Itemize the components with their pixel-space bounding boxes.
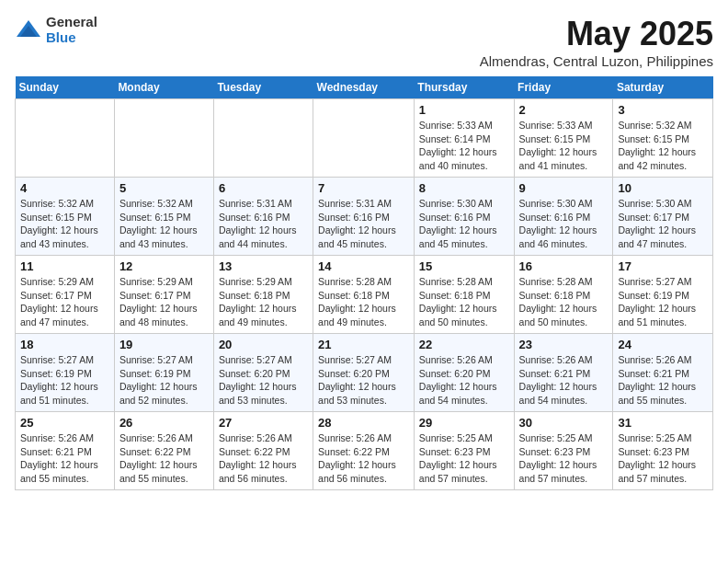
day-number: 11 [20, 259, 109, 273]
day-cell: 5Sunrise: 5:32 AM Sunset: 6:15 PM Daylig… [114, 178, 213, 256]
day-cell: 16Sunrise: 5:28 AM Sunset: 6:18 PM Dayli… [514, 256, 613, 334]
day-cell: 23Sunrise: 5:26 AM Sunset: 6:21 PM Dayli… [514, 334, 613, 412]
day-header-saturday: Saturday [613, 76, 713, 99]
day-number: 24 [618, 338, 708, 351]
day-info: Sunrise: 5:28 AM Sunset: 6:18 PM Dayligh… [519, 275, 609, 329]
day-cell: 11Sunrise: 5:29 AM Sunset: 6:17 PM Dayli… [16, 256, 115, 334]
day-number: 10 [618, 181, 708, 195]
day-cell: 24Sunrise: 5:26 AM Sunset: 6:21 PM Dayli… [613, 334, 713, 412]
day-cell: 20Sunrise: 5:27 AM Sunset: 6:20 PM Dayli… [213, 334, 313, 412]
calendar-table: SundayMondayTuesdayWednesdayThursdayFrid… [15, 76, 713, 490]
day-cell: 8Sunrise: 5:30 AM Sunset: 6:16 PM Daylig… [414, 178, 514, 256]
day-header-tuesday: Tuesday [213, 76, 313, 99]
day-number: 23 [519, 338, 609, 351]
day-header-friday: Friday [514, 76, 613, 99]
day-number: 28 [318, 416, 409, 430]
day-number: 3 [618, 103, 708, 117]
day-number: 15 [419, 259, 509, 273]
day-info: Sunrise: 5:26 AM Sunset: 6:21 PM Dayligh… [618, 353, 708, 408]
day-cell: 15Sunrise: 5:28 AM Sunset: 6:18 PM Dayli… [414, 256, 514, 334]
week-row-1: 1Sunrise: 5:33 AM Sunset: 6:14 PM Daylig… [16, 99, 713, 178]
day-number: 22 [419, 338, 509, 351]
day-number: 12 [119, 259, 209, 273]
day-cell: 9Sunrise: 5:30 AM Sunset: 6:16 PM Daylig… [514, 178, 613, 256]
day-info: Sunrise: 5:29 AM Sunset: 6:17 PM Dayligh… [20, 275, 109, 329]
day-cell: 13Sunrise: 5:29 AM Sunset: 6:18 PM Dayli… [213, 256, 313, 334]
day-cell: 22Sunrise: 5:26 AM Sunset: 6:20 PM Dayli… [414, 334, 514, 412]
day-number: 18 [20, 338, 109, 351]
day-cell: 26Sunrise: 5:26 AM Sunset: 6:22 PM Dayli… [114, 412, 213, 490]
logo-general-text: General [46, 15, 97, 30]
day-cell: 7Sunrise: 5:31 AM Sunset: 6:16 PM Daylig… [313, 178, 415, 256]
logo-blue-text: Blue [46, 30, 97, 46]
day-info: Sunrise: 5:31 AM Sunset: 6:16 PM Dayligh… [219, 197, 308, 251]
day-info: Sunrise: 5:28 AM Sunset: 6:18 PM Dayligh… [419, 275, 509, 329]
day-info: Sunrise: 5:25 AM Sunset: 6:23 PM Dayligh… [419, 431, 509, 486]
day-number: 7 [318, 181, 409, 195]
day-number: 19 [119, 338, 209, 351]
day-info: Sunrise: 5:32 AM Sunset: 6:15 PM Dayligh… [20, 197, 109, 251]
day-number: 30 [519, 416, 609, 430]
day-number: 8 [419, 181, 509, 195]
day-number: 13 [219, 259, 308, 273]
day-number: 2 [519, 103, 609, 117]
day-info: Sunrise: 5:32 AM Sunset: 6:15 PM Dayligh… [618, 119, 708, 173]
day-info: Sunrise: 5:26 AM Sunset: 6:21 PM Dayligh… [20, 431, 109, 486]
day-info: Sunrise: 5:27 AM Sunset: 6:19 PM Dayligh… [119, 353, 209, 408]
day-number: 20 [219, 338, 308, 351]
logo: General Blue [15, 15, 97, 45]
day-cell: 17Sunrise: 5:27 AM Sunset: 6:19 PM Dayli… [613, 256, 713, 334]
day-info: Sunrise: 5:27 AM Sunset: 6:19 PM Dayligh… [20, 353, 109, 408]
day-info: Sunrise: 5:27 AM Sunset: 6:20 PM Dayligh… [219, 353, 308, 408]
title-block: May 2025 Almendras, Central Luzon, Phili… [480, 15, 713, 69]
day-info: Sunrise: 5:26 AM Sunset: 6:22 PM Dayligh… [318, 431, 409, 486]
day-cell [114, 99, 213, 178]
day-cell: 29Sunrise: 5:25 AM Sunset: 6:23 PM Dayli… [414, 412, 514, 490]
day-cell [313, 99, 415, 178]
day-number: 25 [20, 416, 109, 430]
week-row-2: 4Sunrise: 5:32 AM Sunset: 6:15 PM Daylig… [16, 178, 713, 256]
day-cell: 14Sunrise: 5:28 AM Sunset: 6:18 PM Dayli… [313, 256, 415, 334]
calendar-body: 1Sunrise: 5:33 AM Sunset: 6:14 PM Daylig… [16, 99, 713, 490]
day-cell [16, 99, 115, 178]
day-cell: 12Sunrise: 5:29 AM Sunset: 6:17 PM Dayli… [114, 256, 213, 334]
day-number: 5 [119, 181, 209, 195]
day-cell: 25Sunrise: 5:26 AM Sunset: 6:21 PM Dayli… [16, 412, 115, 490]
day-number: 16 [519, 259, 609, 273]
day-number: 21 [318, 338, 409, 351]
day-cell: 31Sunrise: 5:25 AM Sunset: 6:23 PM Dayli… [613, 412, 713, 490]
day-info: Sunrise: 5:26 AM Sunset: 6:20 PM Dayligh… [419, 353, 509, 408]
calendar-header: SundayMondayTuesdayWednesdayThursdayFrid… [16, 76, 713, 99]
day-cell: 1Sunrise: 5:33 AM Sunset: 6:14 PM Daylig… [414, 99, 514, 178]
day-info: Sunrise: 5:25 AM Sunset: 6:23 PM Dayligh… [519, 431, 609, 486]
day-cell: 18Sunrise: 5:27 AM Sunset: 6:19 PM Dayli… [16, 334, 115, 412]
day-number: 26 [119, 416, 209, 430]
day-cell: 28Sunrise: 5:26 AM Sunset: 6:22 PM Dayli… [313, 412, 415, 490]
week-row-4: 18Sunrise: 5:27 AM Sunset: 6:19 PM Dayli… [16, 334, 713, 412]
week-row-5: 25Sunrise: 5:26 AM Sunset: 6:21 PM Dayli… [16, 412, 713, 490]
day-cell: 27Sunrise: 5:26 AM Sunset: 6:22 PM Dayli… [213, 412, 313, 490]
day-info: Sunrise: 5:33 AM Sunset: 6:14 PM Dayligh… [419, 119, 509, 173]
header-row: SundayMondayTuesdayWednesdayThursdayFrid… [16, 76, 713, 99]
week-row-3: 11Sunrise: 5:29 AM Sunset: 6:17 PM Dayli… [16, 256, 713, 334]
day-info: Sunrise: 5:26 AM Sunset: 6:22 PM Dayligh… [219, 431, 308, 486]
day-info: Sunrise: 5:29 AM Sunset: 6:18 PM Dayligh… [219, 275, 308, 329]
day-info: Sunrise: 5:30 AM Sunset: 6:17 PM Dayligh… [618, 197, 708, 251]
day-cell: 6Sunrise: 5:31 AM Sunset: 6:16 PM Daylig… [213, 178, 313, 256]
day-info: Sunrise: 5:29 AM Sunset: 6:17 PM Dayligh… [119, 275, 209, 329]
day-info: Sunrise: 5:30 AM Sunset: 6:16 PM Dayligh… [519, 197, 609, 251]
day-number: 14 [318, 259, 409, 273]
day-header-monday: Monday [114, 76, 213, 99]
day-info: Sunrise: 5:31 AM Sunset: 6:16 PM Dayligh… [318, 197, 409, 251]
day-info: Sunrise: 5:25 AM Sunset: 6:23 PM Dayligh… [618, 431, 708, 486]
header: General Blue May 2025 Almendras, Central… [15, 15, 713, 69]
day-header-wednesday: Wednesday [313, 76, 415, 99]
day-number: 17 [618, 259, 708, 273]
day-header-sunday: Sunday [16, 76, 115, 99]
day-info: Sunrise: 5:28 AM Sunset: 6:18 PM Dayligh… [318, 275, 409, 329]
day-number: 9 [519, 181, 609, 195]
day-number: 31 [618, 416, 708, 430]
day-cell: 3Sunrise: 5:32 AM Sunset: 6:15 PM Daylig… [613, 99, 713, 178]
day-number: 4 [20, 181, 109, 195]
day-cell [213, 99, 313, 178]
